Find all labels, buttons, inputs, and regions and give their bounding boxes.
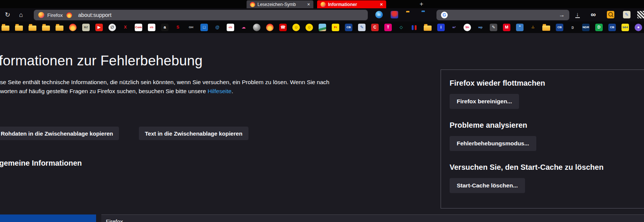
tab-label: Informationer xyxy=(328,2,357,7)
search-submit-arrow-icon[interactable]: → xyxy=(559,12,565,18)
spider-icon[interactable] xyxy=(391,11,398,18)
folder-icon[interactable] xyxy=(2,26,9,31)
palm-photo-icon[interactable] xyxy=(319,24,326,31)
table-value-firefox: Firefox xyxy=(106,218,123,222)
monitor-icon[interactable]: □ xyxy=(200,24,208,31)
folder-icon[interactable] xyxy=(29,26,36,31)
thunderbird-icon[interactable]: ✉ xyxy=(375,11,383,18)
mail-m-icon[interactable]: M xyxy=(503,24,510,31)
amazon-icon[interactable]: a xyxy=(161,24,169,31)
intro-line2: worten auf häufig gestellte Fragen zu Fi… xyxy=(0,88,208,94)
cloud-up-icon[interactable]: ☁ xyxy=(240,24,247,31)
diamond-icon[interactable]: ◇ xyxy=(397,24,405,31)
flame-icon[interactable] xyxy=(266,24,274,31)
table-selected-cell[interactable] xyxy=(0,214,96,222)
flame-icon[interactable] xyxy=(69,24,77,31)
computerbild-cb-icon[interactable]: CB xyxy=(608,24,616,31)
computerbild-cb-icon[interactable]: CB xyxy=(345,24,352,31)
page-title: formationen zur Fehlerbehebung xyxy=(0,53,203,69)
computerbild-cb-icon[interactable]: CB xyxy=(556,24,563,31)
folder-icon[interactable] xyxy=(15,26,23,31)
tab-label: Lesezeichen-Symb xyxy=(257,2,296,7)
screenshot-search-icon[interactable] xyxy=(607,11,614,18)
google-icon: G xyxy=(441,12,448,18)
b64-icon[interactable]: b64 xyxy=(621,24,629,31)
clapperboard-icon[interactable] xyxy=(637,11,644,18)
flame-favicon xyxy=(250,2,255,7)
tab-lesezeichen[interactable]: Lesezeichen-Symb × xyxy=(247,0,313,8)
sphere-icon[interactable] xyxy=(253,24,260,31)
reload-icon[interactable]: ↻ xyxy=(2,8,13,21)
sh-icon[interactable]: Sh xyxy=(463,24,471,31)
dots-icon[interactable]: ∴ xyxy=(529,24,537,31)
address-bar[interactable]: Firefox about:support xyxy=(34,10,368,20)
youtube-icon[interactable]: ▶ xyxy=(95,24,103,31)
folder-icon[interactable] xyxy=(424,26,432,31)
folder-icon[interactable] xyxy=(42,26,50,31)
x-red-icon[interactable]: X xyxy=(122,24,129,31)
ebay-icon[interactable]: eb xyxy=(148,24,155,31)
fritz-icon[interactable]: Fr xyxy=(332,24,339,31)
folder-icon[interactable] xyxy=(56,26,63,31)
panel-action-button[interactable]: Firefox bereinigen... xyxy=(450,94,519,109)
tab-close-icon[interactable]: × xyxy=(307,2,310,7)
smiley-icon[interactable]: ☺ xyxy=(305,24,313,31)
duo-figures-icon[interactable] xyxy=(411,24,418,31)
help-page-link[interactable]: Hilfeseite xyxy=(208,88,232,94)
intro-period: . xyxy=(232,88,233,94)
pen-icon[interactable]: ✎ xyxy=(490,24,497,31)
w3-icon[interactable]: w³ xyxy=(450,24,458,31)
browser-window: Lesezeichen-Symb × Informationer × + ↻ ⌂… xyxy=(0,0,644,222)
firefox-favicon xyxy=(320,2,326,7)
home-icon[interactable]: ⌂ xyxy=(16,8,26,21)
copy-raw-data-button[interactable]: Rohdaten in die Zwischenablage kopieren xyxy=(0,127,119,140)
smiley-tongue-icon[interactable]: ☺ xyxy=(292,24,300,31)
ebay-icon[interactable]: eb xyxy=(227,24,234,31)
telekom-icon[interactable]: T xyxy=(384,24,392,31)
tab-informationen-active[interactable]: Informationer × xyxy=(317,0,386,8)
circle-slash-icon[interactable]: ∅ xyxy=(108,24,116,31)
pin-icon[interactable]: ● xyxy=(635,24,642,31)
panel-action-button[interactable]: Start-Cache löschen... xyxy=(450,178,525,193)
copy-text-button[interactable]: Text in die Zwischenablage kopieren xyxy=(139,127,248,140)
phonebook-icon[interactable]: ☎ xyxy=(279,24,287,31)
clipboard-pencil-icon[interactable]: ✎ xyxy=(358,24,366,31)
gh-icon[interactable]: GH xyxy=(187,24,195,31)
rocket-at-icon[interactable]: @ xyxy=(214,24,221,31)
navigation-bar: ↻ ⌂ Firefox about:support ✉ G → ↓ ∞ ✎ xyxy=(0,8,644,21)
panel-section-heading: Versuchen Sie, den Start-Cache zu lösche… xyxy=(450,163,641,172)
page-tool-icon[interactable]: ✎ xyxy=(623,11,630,18)
table-row: Firefox xyxy=(101,214,644,222)
info-blue-icon[interactable]: i xyxy=(437,24,445,31)
c-red-icon[interactable]: C xyxy=(371,24,379,31)
tab-close-icon[interactable]: × xyxy=(380,2,383,7)
panel-section-heading: Probleme analysieren xyxy=(450,121,641,130)
tab-bar: Lesezeichen-Symb × Informationer × + xyxy=(0,0,644,8)
firefox-logo-icon xyxy=(38,12,44,18)
infinity-icon[interactable]: ∞ xyxy=(591,11,596,19)
sparkasse-icon[interactable]: S xyxy=(174,24,182,31)
panel-section-heading: Firefox wieder flottmachen xyxy=(450,79,641,88)
chat-bubble-icon[interactable]: " xyxy=(516,24,524,31)
wp-icon[interactable]: wp xyxy=(477,24,484,31)
bz-icon[interactable]: BZ xyxy=(82,24,90,31)
panel-action-button[interactable]: Fehlerbehebungsmodus... xyxy=(450,136,536,151)
section-heading-general-info: gemeine Informationen xyxy=(0,159,82,168)
computerbild-com-icon[interactable]: Com xyxy=(135,24,142,31)
identity-chip-label: Firefox xyxy=(47,12,63,18)
d-green-icon[interactable]: D xyxy=(595,24,603,31)
bookmarks-bar: BZ▶∅XComebaSGH□@eb☁☎☺☺FrCB✎CT◇iw³Shwp✎M"… xyxy=(0,21,644,33)
new-tab-button[interactable]: + xyxy=(417,0,426,8)
flame-badge-icon xyxy=(66,12,72,18)
folder-icon[interactable] xyxy=(542,26,550,31)
download-icon[interactable]: ↓ xyxy=(575,11,580,18)
ndr-icon[interactable]: NDR xyxy=(582,24,590,31)
brackets-icon[interactable]: [) xyxy=(569,24,576,31)
search-bar[interactable]: G → xyxy=(436,10,569,20)
intro-line1: se Seite enthält technische Informatione… xyxy=(0,79,330,85)
intro-paragraph: se Seite enthält technische Informatione… xyxy=(0,78,383,95)
troubleshoot-panel: Firefox wieder flottmachenFirefox berein… xyxy=(441,69,644,208)
url-text[interactable]: about:support xyxy=(78,12,111,18)
